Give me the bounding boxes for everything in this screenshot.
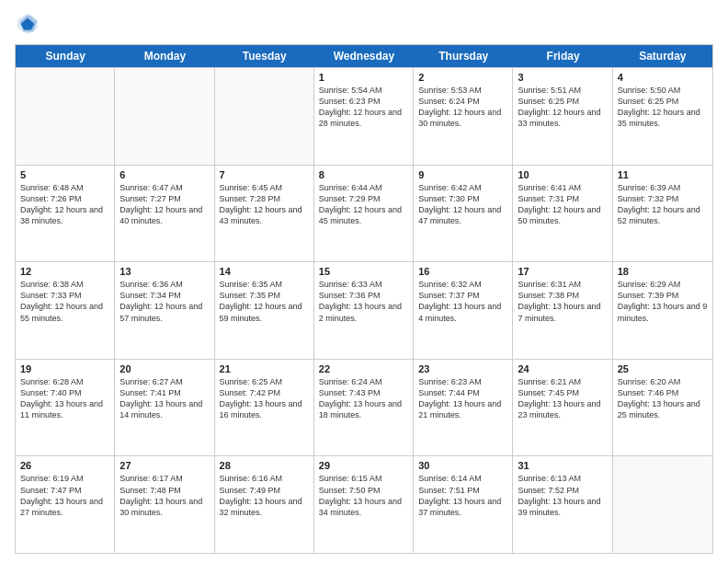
day-info: Sunrise: 6:44 AM Sunset: 7:29 PM Dayligh… <box>319 182 408 227</box>
day-info: Sunrise: 6:47 AM Sunset: 7:27 PM Dayligh… <box>119 182 209 227</box>
day-number: 18 <box>618 266 708 277</box>
day-info: Sunrise: 6:25 AM Sunset: 7:42 PM Dayligh… <box>220 376 309 421</box>
day-number: 2 <box>418 72 507 83</box>
day-info: Sunrise: 6:41 AM Sunset: 7:31 PM Dayligh… <box>518 182 607 227</box>
day-info: Sunrise: 6:38 AM Sunset: 7:33 PM Dayligh… <box>20 279 109 324</box>
day-cell-9: 9Sunrise: 6:42 AM Sunset: 7:30 PM Daylig… <box>414 166 513 262</box>
day-number: 3 <box>518 72 607 83</box>
weekday-header-monday: Monday <box>115 45 214 67</box>
weekday-header-tuesday: Tuesday <box>215 45 314 67</box>
day-number: 5 <box>20 169 109 180</box>
weekday-header-saturday: Saturday <box>613 45 712 67</box>
day-number: 16 <box>418 266 507 277</box>
day-info: Sunrise: 5:50 AM Sunset: 6:25 PM Dayligh… <box>618 85 708 130</box>
day-info: Sunrise: 6:19 AM Sunset: 7:47 PM Dayligh… <box>20 473 109 518</box>
day-cell-17: 17Sunrise: 6:31 AM Sunset: 7:38 PM Dayli… <box>513 262 612 359</box>
day-info: Sunrise: 6:13 AM Sunset: 7:52 PM Dayligh… <box>518 473 607 518</box>
day-number: 12 <box>20 266 109 277</box>
day-cell-8: 8Sunrise: 6:44 AM Sunset: 7:29 PM Daylig… <box>314 166 414 262</box>
calendar-row-0: 1Sunrise: 5:54 AM Sunset: 6:23 PM Daylig… <box>16 67 712 165</box>
day-info: Sunrise: 6:45 AM Sunset: 7:28 PM Dayligh… <box>220 182 309 227</box>
day-info: Sunrise: 6:39 AM Sunset: 7:32 PM Dayligh… <box>618 182 708 227</box>
day-info: Sunrise: 6:28 AM Sunset: 7:40 PM Dayligh… <box>20 376 109 421</box>
day-cell-14: 14Sunrise: 6:35 AM Sunset: 7:35 PM Dayli… <box>215 262 314 359</box>
day-number: 9 <box>418 169 507 180</box>
day-info: Sunrise: 6:31 AM Sunset: 7:38 PM Dayligh… <box>518 279 607 324</box>
day-number: 4 <box>618 72 708 83</box>
logo-icon <box>15 11 40 37</box>
day-number: 13 <box>119 266 209 277</box>
day-cell-2: 2Sunrise: 5:53 AM Sunset: 6:24 PM Daylig… <box>414 68 513 165</box>
day-cell-21: 21Sunrise: 6:25 AM Sunset: 7:42 PM Dayli… <box>215 360 314 456</box>
weekday-header-wednesday: Wednesday <box>314 45 414 67</box>
day-cell-7: 7Sunrise: 6:45 AM Sunset: 7:28 PM Daylig… <box>215 166 314 262</box>
day-number: 6 <box>119 169 209 180</box>
day-cell-1: 1Sunrise: 5:54 AM Sunset: 6:23 PM Daylig… <box>314 68 414 165</box>
day-cell-5: 5Sunrise: 6:48 AM Sunset: 7:26 PM Daylig… <box>16 166 115 262</box>
day-info: Sunrise: 6:29 AM Sunset: 7:39 PM Dayligh… <box>618 279 708 324</box>
day-info: Sunrise: 6:15 AM Sunset: 7:50 PM Dayligh… <box>319 473 408 518</box>
day-info: Sunrise: 6:32 AM Sunset: 7:37 PM Dayligh… <box>418 279 507 324</box>
day-info: Sunrise: 6:14 AM Sunset: 7:51 PM Dayligh… <box>418 473 507 518</box>
calendar-header: SundayMondayTuesdayWednesdayThursdayFrid… <box>16 45 712 67</box>
page: SundayMondayTuesdayWednesdayThursdayFrid… <box>0 0 728 563</box>
logo <box>15 11 44 37</box>
day-number: 10 <box>518 169 607 180</box>
day-info: Sunrise: 6:23 AM Sunset: 7:44 PM Dayligh… <box>418 376 507 421</box>
day-number: 31 <box>518 460 607 471</box>
day-info: Sunrise: 6:24 AM Sunset: 7:43 PM Dayligh… <box>319 376 408 421</box>
day-info: Sunrise: 6:36 AM Sunset: 7:34 PM Dayligh… <box>119 279 209 324</box>
day-number: 19 <box>20 363 109 374</box>
calendar-row-2: 12Sunrise: 6:38 AM Sunset: 7:33 PM Dayli… <box>16 261 712 359</box>
day-number: 29 <box>319 460 408 471</box>
empty-cell-4-6 <box>613 456 712 553</box>
day-info: Sunrise: 6:20 AM Sunset: 7:46 PM Dayligh… <box>618 376 708 421</box>
day-cell-25: 25Sunrise: 6:20 AM Sunset: 7:46 PM Dayli… <box>613 360 712 456</box>
calendar: SundayMondayTuesdayWednesdayThursdayFrid… <box>15 44 713 554</box>
weekday-header-sunday: Sunday <box>16 45 115 67</box>
day-cell-27: 27Sunrise: 6:17 AM Sunset: 7:48 PM Dayli… <box>115 456 214 553</box>
day-number: 21 <box>220 363 309 374</box>
day-info: Sunrise: 6:16 AM Sunset: 7:49 PM Dayligh… <box>220 473 309 518</box>
day-cell-31: 31Sunrise: 6:13 AM Sunset: 7:52 PM Dayli… <box>513 456 612 553</box>
day-number: 22 <box>319 363 408 374</box>
day-cell-13: 13Sunrise: 6:36 AM Sunset: 7:34 PM Dayli… <box>115 262 214 359</box>
weekday-header-thursday: Thursday <box>414 45 513 67</box>
empty-cell-0-1 <box>115 68 214 165</box>
day-cell-4: 4Sunrise: 5:50 AM Sunset: 6:25 PM Daylig… <box>613 68 712 165</box>
day-info: Sunrise: 5:51 AM Sunset: 6:25 PM Dayligh… <box>518 85 607 130</box>
calendar-row-4: 26Sunrise: 6:19 AM Sunset: 7:47 PM Dayli… <box>16 455 712 553</box>
day-cell-6: 6Sunrise: 6:47 AM Sunset: 7:27 PM Daylig… <box>115 166 214 262</box>
day-number: 7 <box>220 169 309 180</box>
day-cell-16: 16Sunrise: 6:32 AM Sunset: 7:37 PM Dayli… <box>414 262 513 359</box>
day-cell-24: 24Sunrise: 6:21 AM Sunset: 7:45 PM Dayli… <box>513 360 612 456</box>
day-cell-12: 12Sunrise: 6:38 AM Sunset: 7:33 PM Dayli… <box>16 262 115 359</box>
day-info: Sunrise: 6:17 AM Sunset: 7:48 PM Dayligh… <box>119 473 209 518</box>
day-number: 30 <box>418 460 507 471</box>
day-cell-15: 15Sunrise: 6:33 AM Sunset: 7:36 PM Dayli… <box>314 262 414 359</box>
day-cell-28: 28Sunrise: 6:16 AM Sunset: 7:49 PM Dayli… <box>215 456 314 553</box>
calendar-row-1: 5Sunrise: 6:48 AM Sunset: 7:26 PM Daylig… <box>16 165 712 262</box>
day-cell-23: 23Sunrise: 6:23 AM Sunset: 7:44 PM Dayli… <box>414 360 513 456</box>
empty-cell-0-0 <box>16 68 115 165</box>
day-cell-19: 19Sunrise: 6:28 AM Sunset: 7:40 PM Dayli… <box>16 360 115 456</box>
day-number: 27 <box>119 460 209 471</box>
empty-cell-0-2 <box>215 68 314 165</box>
day-number: 15 <box>319 266 408 277</box>
day-cell-30: 30Sunrise: 6:14 AM Sunset: 7:51 PM Dayli… <box>414 456 513 553</box>
day-number: 28 <box>220 460 309 471</box>
day-number: 17 <box>518 266 607 277</box>
day-cell-29: 29Sunrise: 6:15 AM Sunset: 7:50 PM Dayli… <box>314 456 414 553</box>
day-cell-22: 22Sunrise: 6:24 AM Sunset: 7:43 PM Dayli… <box>314 360 414 456</box>
day-info: Sunrise: 6:42 AM Sunset: 7:30 PM Dayligh… <box>418 182 507 227</box>
day-info: Sunrise: 5:53 AM Sunset: 6:24 PM Dayligh… <box>418 85 507 130</box>
day-cell-11: 11Sunrise: 6:39 AM Sunset: 7:32 PM Dayli… <box>613 166 712 262</box>
day-number: 8 <box>319 169 408 180</box>
day-info: Sunrise: 6:27 AM Sunset: 7:41 PM Dayligh… <box>119 376 209 421</box>
day-number: 11 <box>618 169 708 180</box>
day-info: Sunrise: 6:48 AM Sunset: 7:26 PM Dayligh… <box>20 182 109 227</box>
day-info: Sunrise: 6:33 AM Sunset: 7:36 PM Dayligh… <box>319 279 408 324</box>
day-info: Sunrise: 6:21 AM Sunset: 7:45 PM Dayligh… <box>518 376 607 421</box>
day-cell-10: 10Sunrise: 6:41 AM Sunset: 7:31 PM Dayli… <box>513 166 612 262</box>
day-number: 24 <box>518 363 607 374</box>
